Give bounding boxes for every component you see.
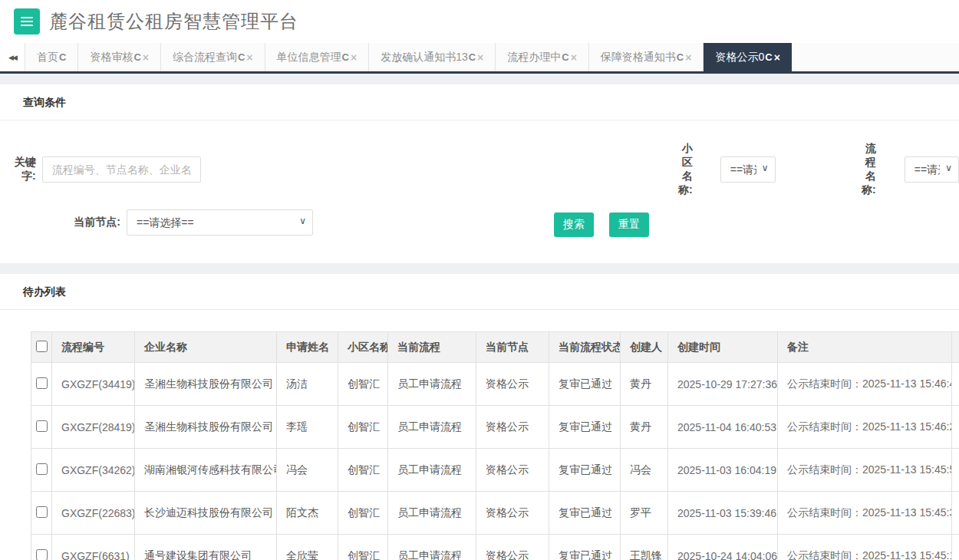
cell-community: 创智汇 [338, 449, 388, 492]
row-checkbox[interactable] [36, 420, 48, 432]
tab-qualification-publicity[interactable]: 资格公示0C× [704, 43, 791, 71]
cell-company: 长沙迪迈科技股份有限公司 [135, 492, 277, 535]
tab-label: 发放确认通知书13 [381, 51, 468, 64]
keyword-input[interactable] [42, 156, 201, 183]
tab-qualification-review[interactable]: 资格审核C× [78, 43, 161, 71]
close-icon[interactable]: × [246, 51, 252, 64]
cell-remark: 公示结束时间：2025-11-13 15:46:24 [778, 406, 952, 449]
refresh-icon[interactable]: C [677, 51, 684, 63]
community-select[interactable]: ==请选择== [720, 156, 776, 183]
row-checkbox[interactable] [36, 549, 48, 560]
node-label: 当前节点: [0, 216, 127, 229]
tab-guarantee-notice[interactable]: 保障资格通知书C× [589, 43, 704, 71]
cell-process-code: GXGZF(34262) [52, 449, 135, 492]
select-all-checkbox[interactable] [36, 341, 48, 352]
search-button[interactable]: 搜索 [554, 212, 594, 237]
close-icon[interactable]: × [143, 51, 149, 64]
cell-company: 湖南湘银河传感科技有限公司 [135, 449, 277, 492]
keyword-label: 关键字: [0, 156, 42, 183]
cell-community: 创智汇 [338, 492, 388, 535]
tab-home[interactable]: 首页C [25, 43, 78, 71]
todo-table-zone: 流程编号 企业名称 申请姓名 小区名称 当前流程 当前节点 当前流程状态 创建人… [0, 310, 959, 560]
cell-creator: 王凯锋 [621, 535, 668, 560]
table-row: GXGZF(22683) 长沙迪迈科技股份有限公司 陌文杰 创智汇 员工申请流程… [31, 492, 959, 535]
close-icon[interactable]: × [571, 51, 577, 64]
cell-applicant: 汤洁 [277, 363, 338, 406]
collapse-tabs-icon[interactable]: ◀◀ [0, 43, 25, 71]
close-icon[interactable]: × [774, 51, 780, 64]
col-remark: 备注 [778, 332, 952, 363]
cell-company: 通号建设集团有限公司 [135, 535, 277, 560]
cell-remark: 公示结束时间：2025-11-13 15:45:59 [778, 449, 952, 492]
close-icon[interactable]: × [477, 51, 483, 64]
close-icon[interactable]: × [685, 51, 691, 64]
query-form: 关键字: 小区名称: ==请选择== 流程名称: ==请选择== 当前节点: =… [0, 120, 959, 263]
col-create-time: 创建时间 [668, 332, 778, 363]
tab-label: 资格公示0 [715, 51, 764, 64]
refresh-icon[interactable]: C [765, 51, 772, 63]
todo-panel: 待办列表 流程编号 企业名称 申请姓名 小区名称 当前流程 当前节点 当前流程状… [0, 274, 959, 560]
tab-bar: ◀◀ 首页C 资格审核C× 综合流程查询C× 单位信息管理C× 发放确认通知书1… [0, 43, 959, 74]
col-current-flow: 当前流程 [388, 332, 476, 363]
cell-community: 创智汇 [338, 406, 388, 449]
cell-community: 创智汇 [338, 535, 388, 560]
cell-flow-status: 复审已通过 [549, 406, 621, 449]
cell-community: 创智汇 [338, 363, 388, 406]
cell-creator: 冯会 [621, 449, 668, 492]
row-checkbox[interactable] [36, 506, 48, 518]
table-header-row: 流程编号 企业名称 申请姓名 小区名称 当前流程 当前节点 当前流程状态 创建人… [31, 332, 959, 363]
node-select[interactable]: ==请选择== [127, 209, 313, 236]
cell-remark: 公示结束时间：2025-11-13 15:45:17 [778, 535, 952, 560]
cell-create-time: 2025-10-29 17:27:36 [668, 363, 778, 406]
refresh-icon[interactable]: C [238, 51, 245, 63]
col-flow-status: 当前流程状态 [549, 332, 621, 363]
table-row: GXGZF(28419) 圣湘生物科技股份有限公司 李瑶 创智汇 员工申请流程 … [31, 406, 959, 449]
refresh-icon[interactable]: C [469, 51, 476, 63]
query-panel: 查询条件 关键字: 小区名称: ==请选择== 流程名称: ==请选择== 当前… [0, 84, 959, 263]
flowname-select[interactable]: ==请选择== [905, 156, 959, 183]
col-creator: 创建人 [621, 332, 668, 363]
refresh-icon[interactable]: C [342, 51, 349, 63]
cell-applicant: 陌文杰 [277, 492, 338, 535]
close-icon[interactable]: × [351, 51, 357, 64]
reset-button[interactable]: 重置 [609, 212, 649, 237]
refresh-icon[interactable]: C [133, 51, 140, 63]
row-checkbox[interactable] [36, 377, 48, 389]
col-community: 小区名称 [338, 332, 388, 363]
tab-in-process[interactable]: 流程办理中C× [496, 43, 589, 71]
table-row: GXGZF(34262) 湖南湘银河传感科技有限公司 冯会 创智汇 员工申请流程… [31, 449, 959, 492]
tab-label: 综合流程查询 [173, 51, 237, 64]
col-applicant: 申请姓名 [277, 332, 338, 363]
query-section-title: 查询条件 [0, 84, 959, 120]
flowname-label: 流程名称: [856, 142, 876, 197]
cell-company: 圣湘生物科技股份有限公司 [135, 406, 277, 449]
col-company: 企业名称 [135, 332, 277, 363]
table-row: GXGZF(6631) 通号建设集团有限公司 全欣莹 创智汇 员工申请流程 资格… [31, 535, 959, 560]
cell-flow-status: 复审已通过 [549, 535, 621, 560]
cell-current-node: 资格公示 [476, 449, 549, 492]
app-header: 麓谷租赁公租房智慧管理平台 [0, 0, 959, 43]
cell-current-node: 资格公示 [476, 406, 549, 449]
col-extra [952, 332, 959, 363]
community-label: 小区名称: [673, 142, 693, 197]
page-title: 麓谷租赁公租房智慧管理平台 [49, 9, 298, 34]
cell-flow-status: 复审已通过 [549, 492, 621, 535]
hamburger-menu-icon[interactable] [14, 8, 40, 35]
tab-process-query[interactable]: 综合流程查询C× [161, 43, 265, 71]
cell-remark: 公示结束时间：2025-11-13 15:45:32 [778, 492, 952, 535]
todo-section-title: 待办列表 [0, 274, 959, 310]
cell-remark: 公示结束时间：2025-11-13 15:46:41 [778, 363, 952, 406]
tab-confirm-notice[interactable]: 发放确认通知书13C× [369, 43, 496, 71]
cell-current-flow: 员工申请流程 [388, 492, 476, 535]
tab-label: 单位信息管理 [277, 51, 341, 64]
refresh-icon[interactable]: C [59, 51, 66, 63]
cell-creator: 黄丹 [621, 363, 668, 406]
cell-process-code: GXGZF(22683) [52, 492, 135, 535]
refresh-icon[interactable]: C [562, 51, 568, 63]
cell-applicant: 李瑶 [277, 406, 338, 449]
flowname-select-wrap: ==请选择== [905, 156, 959, 183]
cell-creator: 黄丹 [621, 406, 668, 449]
tab-unit-info[interactable]: 单位信息管理C× [265, 43, 370, 71]
row-checkbox[interactable] [36, 463, 48, 475]
cell-flow-status: 复审已通过 [549, 363, 621, 406]
